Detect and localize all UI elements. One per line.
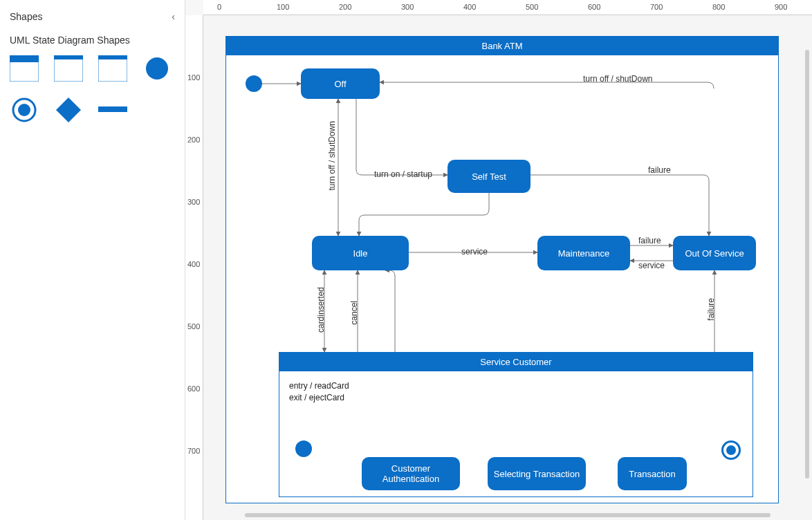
composite-state-bank-atm[interactable]: Bank ATM bbox=[225, 36, 779, 503]
entry-exit-block: entry / readCard exit / ejectCard bbox=[289, 380, 349, 404]
edge-label-failure3: failure bbox=[706, 298, 716, 321]
scrollbar-horizontal[interactable] bbox=[245, 513, 771, 517]
ruler-tick: 500 bbox=[187, 322, 200, 331]
state-transaction[interactable]: Transaction bbox=[618, 457, 687, 490]
ruler-tick: 300 bbox=[401, 3, 414, 11]
final-state-sc[interactable] bbox=[721, 440, 741, 460]
palette-shape-state-titled-2[interactable] bbox=[54, 55, 83, 82]
state-self-test[interactable]: Self Test bbox=[447, 160, 530, 193]
palette-shape-decision[interactable] bbox=[54, 97, 83, 123]
ruler-tick: 100 bbox=[277, 3, 289, 11]
palette-row bbox=[10, 55, 175, 82]
edge-label-failure1: failure bbox=[648, 165, 671, 175]
frame-title: Bank ATM bbox=[226, 37, 778, 55]
entry-line: entry / readCard bbox=[289, 380, 349, 392]
shapes-panel-title: Shapes bbox=[10, 11, 42, 22]
palette-shape-initial[interactable] bbox=[142, 55, 172, 82]
edge-label-service2: service bbox=[638, 261, 665, 270]
state-idle[interactable]: Idle bbox=[312, 236, 409, 270]
svg-rect-10 bbox=[98, 106, 127, 112]
svg-rect-1 bbox=[10, 55, 39, 62]
palette-shape-state-outline[interactable] bbox=[98, 55, 127, 82]
edge-label-cancel: cancel bbox=[349, 301, 359, 325]
palette-group-title: UML State Diagram Shapes bbox=[10, 35, 175, 46]
edge-label-turnoff: turn off / shutDown bbox=[583, 74, 653, 84]
canvas-area: 0 100 200 300 400 500 600 700 800 900 10… bbox=[185, 0, 812, 520]
collapse-icon[interactable]: ‹ bbox=[172, 11, 175, 22]
svg-point-6 bbox=[146, 57, 168, 80]
state-customer-authentication[interactable]: Customer Authentication bbox=[362, 457, 460, 490]
ruler-tick: 0 bbox=[217, 3, 221, 11]
edge-label-service: service bbox=[461, 247, 488, 257]
ruler-horizontal: 0 100 200 300 400 500 600 700 800 900 bbox=[203, 0, 812, 15]
frame-title: Service Customer bbox=[279, 353, 753, 371]
ruler-vertical: 100 200 300 400 500 600 700 bbox=[185, 15, 203, 520]
canvas[interactable]: Bank ATM bbox=[203, 15, 812, 520]
ruler-tick: 700 bbox=[650, 3, 663, 11]
ruler-tick: 400 bbox=[187, 260, 200, 268]
state-maintenance[interactable]: Maintenance bbox=[537, 236, 630, 270]
ruler-tick: 700 bbox=[187, 447, 200, 455]
ruler-tick: 200 bbox=[187, 136, 200, 144]
palette-row bbox=[10, 97, 175, 123]
state-out-of-service[interactable]: Out Of Service bbox=[673, 236, 756, 270]
ruler-tick: 400 bbox=[463, 3, 476, 11]
state-selecting-transaction[interactable]: Selecting Transaction bbox=[488, 457, 586, 490]
edge-label-turnon: turn on / startup bbox=[374, 169, 432, 179]
initial-state-sc[interactable] bbox=[295, 440, 312, 457]
exit-line: exit / ejectCard bbox=[289, 392, 349, 404]
state-off[interactable]: Off bbox=[301, 68, 380, 99]
edge-label-cardinserted: cardinserted bbox=[316, 287, 326, 333]
edge-label-turnoff-vert: turn off / shutDown bbox=[327, 121, 337, 191]
ruler-tick: 200 bbox=[339, 3, 351, 11]
edge-label-failure2: failure bbox=[638, 236, 661, 245]
svg-rect-3 bbox=[54, 55, 83, 59]
palette-shape-bar[interactable] bbox=[98, 97, 127, 123]
palette-shape-final[interactable] bbox=[10, 97, 39, 123]
svg-point-8 bbox=[18, 104, 30, 116]
ruler-tick: 900 bbox=[775, 3, 787, 11]
ruler-tick: 100 bbox=[187, 73, 200, 82]
shapes-panel: Shapes ‹ UML State Diagram Shapes bbox=[0, 0, 185, 520]
initial-state[interactable] bbox=[246, 75, 262, 92]
svg-marker-9 bbox=[56, 98, 81, 122]
scrollbar-vertical[interactable] bbox=[805, 50, 809, 479]
shapes-panel-header: Shapes ‹ bbox=[10, 7, 175, 29]
palette-shape-state-titled[interactable] bbox=[10, 55, 39, 82]
ruler-tick: 800 bbox=[712, 3, 725, 11]
svg-rect-5 bbox=[98, 55, 127, 59]
ruler-tick: 600 bbox=[187, 384, 200, 393]
ruler-tick: 600 bbox=[588, 3, 600, 11]
ruler-tick: 300 bbox=[187, 198, 200, 206]
ruler-tick: 500 bbox=[526, 3, 538, 11]
